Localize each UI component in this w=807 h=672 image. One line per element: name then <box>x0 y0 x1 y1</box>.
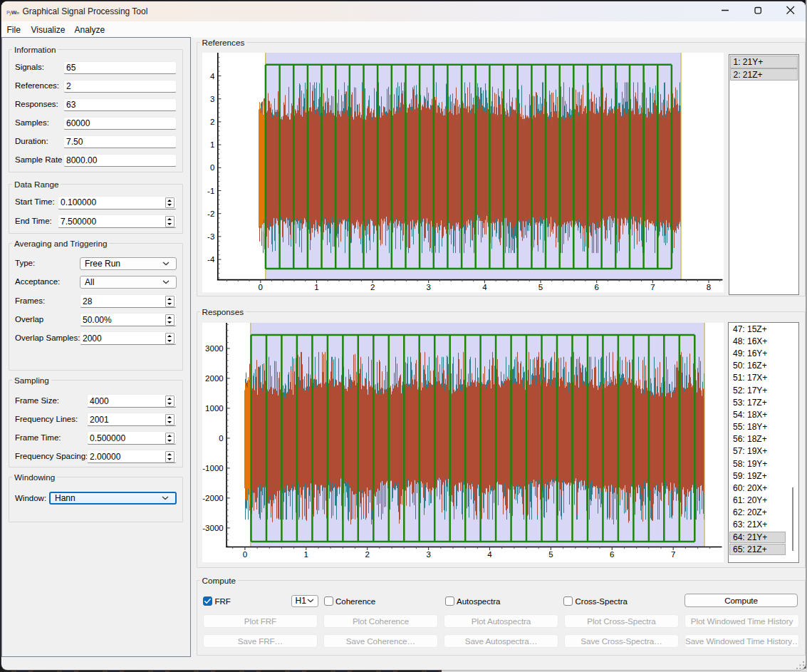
svg-text:0: 0 <box>258 283 262 291</box>
svg-text:-3: -3 <box>207 232 214 241</box>
svg-text:2: 2 <box>370 283 374 291</box>
svg-text:2: 2 <box>209 118 214 126</box>
svg-text:2: 2 <box>365 549 369 558</box>
svg-text:5: 5 <box>538 283 542 291</box>
svg-text:6: 6 <box>610 549 614 558</box>
svg-text:3000: 3000 <box>205 344 224 353</box>
svg-text:-3000: -3000 <box>202 524 223 532</box>
svg-text:7: 7 <box>650 283 655 291</box>
svg-text:-2: -2 <box>207 210 214 218</box>
svg-text:2000: 2000 <box>205 374 224 383</box>
svg-text:-1000: -1000 <box>202 464 223 472</box>
svg-text:1: 1 <box>314 283 318 291</box>
svg-text:0: 0 <box>209 164 214 172</box>
svg-text:0: 0 <box>219 434 223 443</box>
svg-text:1: 1 <box>209 140 214 149</box>
svg-text:4: 4 <box>482 283 487 291</box>
svg-text:4: 4 <box>209 72 214 81</box>
svg-text:3: 3 <box>426 549 430 558</box>
svg-text:1: 1 <box>303 549 308 558</box>
svg-text:5: 5 <box>548 549 553 558</box>
svg-text:3: 3 <box>209 95 214 103</box>
svg-text:-1: -1 <box>207 187 214 195</box>
svg-text:4: 4 <box>487 549 492 558</box>
svg-text:7: 7 <box>670 549 675 558</box>
svg-text:-4: -4 <box>207 255 215 264</box>
svg-text:-2000: -2000 <box>202 494 223 502</box>
svg-text:6: 6 <box>594 283 598 291</box>
svg-text:3: 3 <box>426 283 430 291</box>
svg-text:1000: 1000 <box>205 404 224 413</box>
svg-text:0: 0 <box>242 549 246 558</box>
svg-text:8: 8 <box>706 283 710 291</box>
